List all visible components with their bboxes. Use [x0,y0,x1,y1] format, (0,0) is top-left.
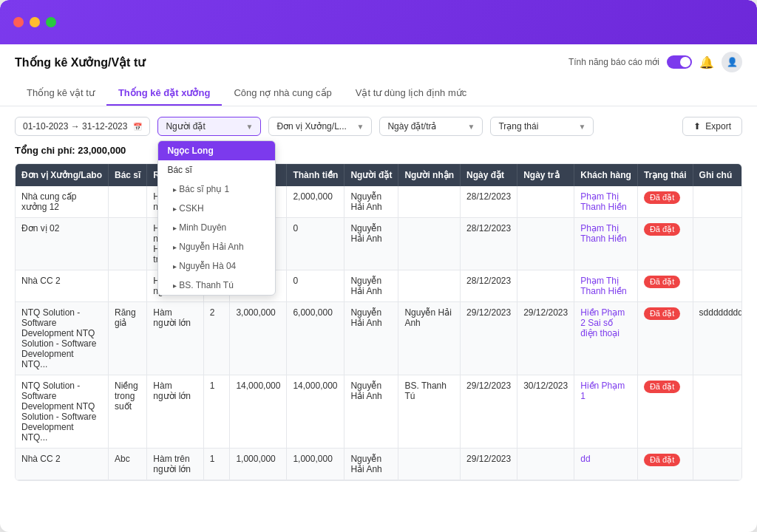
cell-rang-ham: Hàm người lớn [147,375,203,449]
chevron-down-icon: ▼ [246,123,254,131]
customer-link[interactable]: Phạm Thị Thanh Hiền [580,223,626,244]
dropdown-item-minh-duyen[interactable]: Minh Duyên [158,218,275,237]
cell-thanh-tien: 6,000,000 [287,302,344,375]
export-button[interactable]: ⬆ Export [682,117,742,136]
cell-don-vi: Nhà CC 2 [16,449,109,480]
content: 01-10-2023 → 31-12-2023 📅 Người đặt ▼ Ng… [0,106,757,491]
cell-nguoi-nhan [398,270,461,302]
cell-sl: 1 [203,449,230,480]
cell-bac-si [109,270,147,302]
cell-ghi-chu [693,270,742,302]
dropdown-header: Ngọc Long [158,141,275,160]
cell-ngay-dat: 29/12/2023 [461,375,517,449]
don-vi-xuong-filter[interactable]: Đơn vị Xưởng/L... ▼ [268,117,372,136]
customer-link[interactable]: dd [580,454,590,464]
date-range-filter[interactable]: 01-10-2023 → 31-12-2023 📅 [15,117,150,136]
customer-link[interactable]: Phạm Thị Thanh Hiền [580,191,626,212]
status-badge: Đã đặt [644,276,680,288]
table-row[interactable]: NTQ Solution - Software Development NTQ … [16,302,742,375]
status-badge: Đã đặt [644,381,680,393]
cell-ngay-tra [517,270,574,302]
cell-ngay-tra [517,186,574,218]
cell-trang-thai: Đã đặt [637,270,693,302]
col-ngay-tra: Ngày trả [517,164,574,186]
cell-trang-thai: Đã đặt [637,186,693,218]
cell-rang-ham: Hàm người lớn [147,302,203,375]
cell-ngay-dat: 29/12/2023 [461,302,517,375]
cell-nguoi-dat: Nguyễn Hải Anh [344,302,398,375]
data-table: Đơn vị Xưởng/Labo Bác sĩ Răng/Hàm S.L Đơ… [15,163,742,481]
status-badge: Đã đặt [644,307,680,320]
col-nguoi-dat: Người đặt [344,164,398,186]
cell-bac-si: Niềng trong suốt [109,375,147,449]
cell-don-vi: Đơn vị 02 [16,218,109,270]
cell-khach-hang: Phạm Thị Thanh Hiền [574,218,638,270]
dropdown-item-bs-thanh-tu[interactable]: BS. Thanh Tú [158,276,275,295]
customer-link[interactable]: Phạm Thị Thanh Hiền [580,276,626,296]
col-trang-thai: Trạng thái [637,164,693,186]
table-row[interactable]: Đơn vị 02Hàm dưới người lớn, Hàm trên tr… [16,218,742,270]
cell-ngay-tra: 29/12/2023 [517,302,574,375]
cell-ngay-dat: 28/12/2023 [461,186,517,218]
col-thanh-tien: Thành tiền [287,164,344,186]
dropdown-item-bac-si-phu-1[interactable]: Bác sĩ phụ 1 [158,180,275,199]
cell-nguoi-dat: Nguyễn Hải Anh [344,218,398,270]
ngay-dat-tra-value: Ngày đặt/trả [387,121,436,132]
dropdown-item-cskh[interactable]: CSKH [158,199,275,218]
cell-ngay-dat: 28/12/2023 [461,218,517,270]
nguoi-dat-dropdown-menu: Ngọc Long Bác sĩ Bác sĩ phụ 1 CSKH Minh … [157,140,276,296]
nguoi-dat-filter[interactable]: Người đặt ▼ [157,117,261,136]
dropdown-item-nguyen-ha-04[interactable]: Nguyễn Hà 04 [158,256,275,276]
cell-sl: 1 [203,375,230,449]
customer-link[interactable]: Hiền Phạm 2 Sai số điện thoại [580,307,625,338]
table-header-row: Đơn vị Xưởng/Labo Bác sĩ Răng/Hàm S.L Đơ… [16,164,742,186]
cell-thanh-tien: 2,000,000 [287,186,344,218]
col-ngay-dat: Ngày đặt [461,164,517,186]
cell-khach-hang: Phạm Thị Thanh Hiền [574,270,638,302]
cell-khach-hang: Phạm Thị Thanh Hiền [574,186,638,218]
tab-thong-ke-vat-tu[interactable]: Thống kê vật tư [15,81,106,106]
close-button[interactable] [13,17,24,27]
table-row[interactable]: Nhà CC 2Hàm người lớn200Nguyễn Hải Anh28… [16,270,742,302]
cell-khach-hang: dd [574,449,638,480]
maximize-button[interactable] [46,17,56,27]
cell-nguoi-nhan [398,449,461,480]
customer-link[interactable]: Hiền Phạm 1 [580,381,625,401]
dropdown-item-nguyen-hai-anh[interactable]: Nguyễn Hải Anh [158,237,275,256]
cell-rang-ham: Hàm trên người lớn [147,449,203,480]
cell-bac-si [109,186,147,218]
cell-ngay-tra [517,449,574,480]
tab-cong-no-nha-cung-cap[interactable]: Công nợ nhà cung cấp [222,81,343,106]
table-row[interactable]: Nhà CC 2AbcHàm trên người lớn11,000,0001… [16,449,742,480]
cell-sl: 2 [203,302,230,375]
cell-don-gia: 14,000,000 [230,375,287,449]
total-label: Tổng chi phí: [15,145,75,156]
avatar[interactable]: 👤 [722,52,742,72]
chevron-down-icon: ▼ [468,123,475,131]
col-don-vi: Đơn vị Xưởng/Labo [16,164,109,186]
chevron-down-icon: ▼ [357,123,364,131]
table-row[interactable]: NTQ Solution - Software Development NTQ … [16,375,742,449]
cell-thanh-tien: 0 [287,270,344,302]
trang-thai-filter[interactable]: Trạng thái ▼ [490,117,594,136]
header-right: Tính năng báo cáo mới 🔔 👤 [568,52,742,72]
minimize-button[interactable] [30,17,40,27]
cell-nguoi-nhan: Nguyễn Hải Anh [398,302,461,375]
export-label: Export [705,121,731,132]
cell-ghi-chu [693,186,742,218]
don-vi-xuong-value: Đơn vị Xưởng/L... [276,121,346,132]
new-report-toggle[interactable] [667,55,692,69]
cell-trang-thai: Đã đặt [637,375,693,449]
cell-don-vi: Nhà CC 2 [16,270,109,302]
table-row[interactable]: Nhà cung cấp xưởng 12Hàm trên người lớn2… [16,186,742,218]
total-row: Tổng chi phí: 23,000,000 [15,145,742,156]
notification-bell-icon[interactable]: 🔔 [699,55,714,69]
page-title: Thống kê Xưởng/Vật tư [15,55,145,69]
dropdown-item-bac-si[interactable]: Bác sĩ [158,160,275,180]
tab-vat-tu-dung-lich-dinh-muc[interactable]: Vật tư dùng lịch định mức [344,81,479,106]
tab-thong-ke-dat-xuong[interactable]: Thống kê đặt xưởng [106,81,222,106]
tabs: Thống kê vật tư Thống kê đặt xưởng Công … [15,81,742,106]
cell-thanh-tien: 14,000,000 [287,375,344,449]
ngay-dat-tra-filter[interactable]: Ngày đặt/trả ▼ [379,117,483,136]
cell-ghi-chu: sdddddddddddd [693,302,742,375]
